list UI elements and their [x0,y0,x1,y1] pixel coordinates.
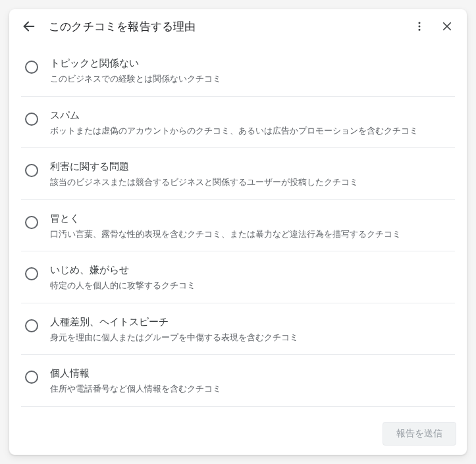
report-option-conflict[interactable]: 利害に関する問題 該当のビジネスまたは競合するビジネスと関係するユーザーが投稿し… [21,148,455,200]
option-text: スパム ボットまたは虚偽のアカウントからのクチコミ、あるいは広告かプロモーション… [50,107,454,138]
radio-button[interactable] [25,164,38,177]
option-desc: 特定の人を個人的に攻撃するクチコミ [50,279,454,292]
report-option-personal-info[interactable]: 個人情報 住所や電話番号など個人情報を含むクチコミ [21,355,455,407]
radio-button[interactable] [25,267,38,280]
dialog-header: このクチコミを報告する理由 [9,9,467,43]
option-text: トピックと関係ない このビジネスでの経験とは関係ないクチコミ [50,55,454,86]
footer-note: Google にポリシー違反を報告します。 法的な理由でクチコミを報告するには、… [21,407,455,416]
option-title: 冒とく [50,211,454,225]
radio-button[interactable] [25,371,38,384]
option-title: いじめ、嫌がらせ [50,263,454,276]
radio-button[interactable] [25,61,38,74]
radio-button[interactable] [25,216,38,229]
option-desc: このビジネスでの経験とは関係ないクチコミ [50,72,454,86]
close-icon [441,20,453,32]
header-actions [411,18,455,34]
option-text: いじめ、嫌がらせ 特定の人を個人的に攻撃するクチコミ [50,262,454,292]
option-text: 利害に関する問題 該当のビジネスまたは競合するビジネスと関係するユーザーが投稿し… [50,159,454,189]
option-title: スパム [50,108,454,122]
option-desc: 身元を理由に個人またはグループを中傷する表現を含むクチコミ [50,331,454,344]
report-option-profanity[interactable]: 冒とく 口汚い言葉、露骨な性的表現を含むクチコミ、または暴力など違法行為を描写す… [21,200,455,252]
option-text: 冒とく 口汚い言葉、露骨な性的表現を含むクチコミ、または暴力など違法行為を描写す… [50,211,454,241]
option-desc: 該当のビジネスまたは競合するビジネスと関係するユーザーが投稿したクチコミ [50,176,454,189]
more-options-button[interactable] [411,18,427,34]
option-title: 個人情報 [50,366,454,380]
option-desc: 住所や電話番号など個人情報を含むクチコミ [50,382,454,396]
option-title: トピックと関係ない [50,56,454,70]
option-desc: 口汚い言葉、露骨な性的表現を含むクチコミ、または暴力など違法行為を描写するクチコ… [50,228,454,241]
svg-point-1 [419,22,421,24]
more-vert-icon [413,20,425,32]
option-title: 利害に関する問題 [50,159,454,173]
svg-point-2 [419,26,421,28]
radio-button[interactable] [25,319,38,332]
option-title: 人種差別、ヘイトスピーチ [50,315,454,328]
report-option-discrimination[interactable]: 人種差別、ヘイトスピーチ 身元を理由に個人またはグループを中傷する表現を含むクチ… [21,303,455,355]
options-scroll-area[interactable]: トピックと関係ない このビジネスでの経験とは関係ないクチコミ スパム ボットまた… [9,43,467,415]
radio-button[interactable] [25,113,38,126]
back-button[interactable] [21,18,37,34]
option-text: 個人情報 住所や電話番号など個人情報を含むクチコミ [50,365,454,396]
dialog-title: このクチコミを報告する理由 [49,19,400,34]
option-text: 人種差別、ヘイトスピーチ 身元を理由に個人またはグループを中傷する表現を含むクチ… [50,314,454,344]
action-bar: 報告を送信 [9,415,467,455]
submit-button[interactable]: 報告を送信 [383,422,456,446]
report-option-off-topic[interactable]: トピックと関係ない このビジネスでの経験とは関係ないクチコミ [21,50,455,97]
option-desc: ボットまたは虚偽のアカウントからのクチコミ、あるいは広告かプロモーションを含むク… [50,124,454,138]
svg-point-3 [419,29,421,31]
report-dialog: このクチコミを報告する理由 トピックと関係ない このビジ [9,9,467,455]
arrow-back-icon [22,19,36,34]
report-option-bullying[interactable]: いじめ、嫌がらせ 特定の人を個人的に攻撃するクチコミ [21,251,455,303]
close-button[interactable] [439,18,455,34]
report-option-spam[interactable]: スパム ボットまたは虚偽のアカウントからのクチコミ、あるいは広告かプロモーション… [21,97,455,149]
